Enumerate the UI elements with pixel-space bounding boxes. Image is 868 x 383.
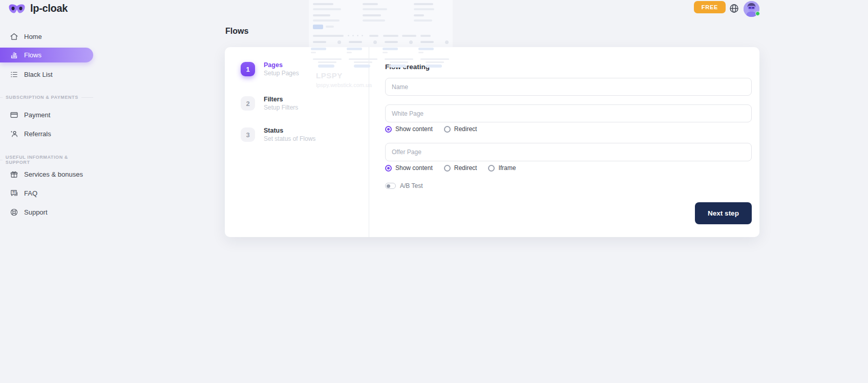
sidebar-section-subscription: SUBSCRIPTION & PAYMENTS bbox=[0, 95, 93, 100]
ab-test-toggle[interactable] bbox=[385, 183, 396, 189]
white-page-mode-group: Show content Redirect bbox=[385, 125, 752, 133]
wizard-step-status[interactable]: 3 Status Set status of Flows bbox=[241, 127, 315, 142]
white-page-input[interactable] bbox=[385, 104, 752, 122]
sidebar: Home Flows Black List SUBSCRIPTION & PAY… bbox=[0, 0, 102, 383]
language-globe-icon[interactable] bbox=[728, 3, 739, 14]
step-subtitle: Setup Filters bbox=[264, 104, 298, 111]
white-page-redirect-radio[interactable]: Redirect bbox=[444, 125, 477, 133]
sidebar-item-label: FAQ bbox=[24, 189, 37, 197]
step-number-badge: 1 bbox=[241, 62, 255, 76]
step-subtitle: Setup Pages bbox=[264, 70, 299, 77]
credit-card-icon bbox=[9, 110, 18, 119]
sidebar-item-home[interactable]: Home bbox=[0, 29, 93, 44]
sidebar-section-title: USEFUL INFORMATION & SUPPORT bbox=[6, 155, 90, 165]
sidebar-item-label: Services & bonuses bbox=[24, 171, 83, 178]
form-title: Flow creating bbox=[385, 63, 752, 71]
wizard-step-filters[interactable]: 2 Filters Setup Filters bbox=[241, 96, 298, 111]
sidebar-item-label: Flows bbox=[24, 51, 41, 59]
sidebar-item-faq[interactable]: ?! FAQ bbox=[0, 185, 93, 201]
sidebar-item-black-list[interactable]: Black List bbox=[0, 67, 93, 82]
plan-badge-button[interactable]: FREE bbox=[694, 1, 726, 13]
sidebar-section-useful: USEFUL INFORMATION & SUPPORT bbox=[0, 155, 93, 165]
flows-icon bbox=[9, 51, 18, 60]
offer-page-mode-group: Show content Redirect Iframe bbox=[385, 164, 752, 172]
online-status-dot bbox=[755, 11, 760, 16]
sidebar-section-title: SUBSCRIPTION & PAYMENTS bbox=[6, 95, 78, 100]
sidebar-item-referrals[interactable]: Referrals bbox=[0, 126, 93, 141]
home-icon bbox=[9, 32, 18, 41]
sidebar-item-label: Support bbox=[24, 208, 48, 216]
wizard-steps-panel: 1 Pages Setup Pages 2 Filters Setup Filt… bbox=[225, 47, 369, 237]
gift-icon bbox=[9, 169, 18, 179]
step-number-badge: 2 bbox=[241, 96, 255, 111]
referrals-icon bbox=[9, 129, 18, 138]
ab-test-label: A/B Test bbox=[400, 182, 422, 189]
sidebar-item-payment[interactable]: Payment bbox=[0, 107, 93, 122]
step-title: Pages bbox=[264, 61, 299, 69]
faq-icon: ?! bbox=[9, 188, 18, 198]
radio-icon bbox=[444, 126, 451, 133]
offer-page-input[interactable] bbox=[385, 143, 752, 161]
svg-text:?!: ?! bbox=[12, 190, 15, 194]
step-subtitle: Set status of Flows bbox=[264, 135, 315, 142]
ab-test-toggle-row[interactable]: A/B Test bbox=[385, 182, 752, 189]
next-step-button[interactable]: Next step bbox=[695, 202, 752, 224]
sidebar-item-label: Payment bbox=[24, 111, 50, 119]
step-number-badge: 3 bbox=[241, 127, 255, 142]
radio-icon bbox=[488, 165, 495, 172]
step-title: Filters bbox=[264, 96, 298, 103]
radio-icon bbox=[444, 165, 451, 172]
step-title: Status bbox=[264, 127, 315, 134]
sidebar-item-label: Referrals bbox=[24, 130, 51, 138]
offer-page-show-content-radio[interactable]: Show content bbox=[385, 164, 433, 172]
sidebar-item-label: Black List bbox=[24, 71, 53, 78]
flow-name-input[interactable] bbox=[385, 78, 752, 96]
wizard-step-pages[interactable]: 1 Pages Setup Pages bbox=[241, 61, 299, 77]
flow-creating-modal: 1 Pages Setup Pages 2 Filters Setup Filt… bbox=[225, 47, 759, 237]
sidebar-item-services[interactable]: Services & bonuses bbox=[0, 166, 93, 182]
list-icon bbox=[9, 70, 18, 79]
flow-creating-form: Flow creating Show content Redirect Show… bbox=[369, 47, 759, 237]
sidebar-item-label: Home bbox=[24, 33, 42, 40]
white-page-show-content-radio[interactable]: Show content bbox=[385, 125, 433, 133]
sidebar-item-support[interactable]: Support bbox=[0, 204, 93, 220]
page-title: Flows bbox=[225, 27, 248, 36]
support-icon bbox=[9, 207, 18, 217]
radio-icon bbox=[385, 165, 392, 172]
sidebar-item-flows[interactable]: Flows bbox=[0, 48, 93, 62]
background-page-preview-top bbox=[309, 0, 453, 47]
offer-page-iframe-radio[interactable]: Iframe bbox=[488, 164, 516, 172]
offer-page-redirect-radio[interactable]: Redirect bbox=[444, 164, 477, 172]
radio-icon bbox=[385, 126, 392, 133]
